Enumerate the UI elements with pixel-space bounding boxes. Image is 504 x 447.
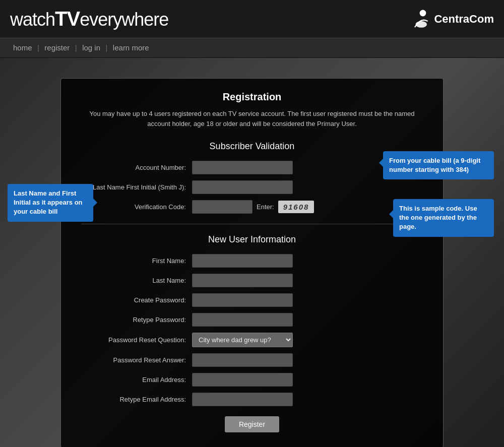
retype-email-group: Retype Email Address: (81, 393, 423, 406)
account-number-group: Account Number: (81, 161, 423, 174)
last-name-label: Last Name First Initial (Smith J): (81, 183, 192, 191)
account-number-input[interactable] (192, 161, 293, 174)
tooltip-sample-code: This is sample code. Use the one generat… (393, 199, 494, 237)
header: watchTVeverywhere CentraCom (0, 0, 504, 38)
register-button[interactable]: Register (225, 416, 279, 432)
retype-password-input[interactable] (192, 313, 293, 327)
last-name-group: Last Name First Initial (Smith J): (81, 180, 423, 194)
nav-sep-3: | (106, 43, 108, 52)
password-reset-question-select[interactable]: City where dad grew up? What is your pet… (192, 333, 293, 347)
retype-password-group: Retype Password: (81, 313, 423, 327)
svg-point-0 (420, 10, 426, 16)
nav-home[interactable]: home (13, 43, 32, 52)
last-name-new-group: Last Name: (81, 274, 423, 287)
email-group: Email Address: (81, 373, 423, 387)
verification-input[interactable] (192, 200, 253, 214)
captcha-code: 91608 (278, 201, 314, 213)
centracom-logo: CentraCom (411, 9, 494, 29)
last-name-input[interactable] (192, 180, 293, 194)
subscriber-section-title: Subscriber Validation (81, 141, 423, 152)
navigation: home | register | log in | learn more (0, 38, 504, 58)
password-reset-answer-input[interactable] (192, 353, 293, 367)
tooltip-account-number: From your cable bill (a 9-digit number s… (383, 151, 494, 179)
centracom-icon (411, 9, 431, 29)
first-name-input[interactable] (192, 254, 293, 268)
tooltip-last-name: Last Name and First Initial as it appear… (8, 184, 93, 222)
site-logo: watchTVeverywhere (10, 8, 168, 30)
verification-group: Verification Code: Enter: 91608 (81, 200, 423, 214)
background-area: Last Name and First Initial as it appear… (0, 58, 504, 447)
email-input[interactable] (192, 373, 293, 387)
create-password-label: Create Password: (81, 296, 192, 304)
retype-email-input[interactable] (192, 393, 293, 406)
logo-tv: TV (55, 8, 80, 30)
retype-password-label: Retype Password: (81, 316, 192, 324)
logo-watch: watch (10, 9, 55, 30)
account-number-label: Account Number: (81, 164, 192, 171)
first-name-group: First Name: (81, 254, 423, 268)
logo-everywhere: everywhere (80, 9, 168, 30)
svg-point-1 (416, 21, 427, 28)
password-reset-question-label: Password Reset Question: (81, 336, 192, 344)
create-password-input[interactable] (192, 293, 293, 307)
nav-sep-1: | (37, 43, 39, 52)
nav-register[interactable]: register (44, 43, 70, 52)
password-reset-answer-group: Password Reset Answer: (81, 353, 423, 367)
form-description: You may have up to 4 users registered on… (81, 109, 423, 129)
nav-login[interactable]: log in (82, 43, 100, 52)
new-user-section-title: New User Information (81, 234, 423, 245)
form-title: Registration (81, 91, 423, 103)
create-password-group: Create Password: (81, 293, 423, 307)
email-label: Email Address: (81, 376, 192, 384)
nav-learn-more[interactable]: learn more (113, 43, 149, 52)
password-reset-answer-label: Password Reset Answer: (81, 356, 192, 364)
retype-email-label: Retype Email Address: (81, 396, 192, 403)
last-name-new-input[interactable] (192, 274, 293, 287)
nav-sep-2: | (75, 43, 77, 52)
password-reset-question-group: Password Reset Question: City where dad … (81, 333, 423, 347)
brand-name: CentraCom (434, 13, 494, 26)
first-name-label: First Name: (81, 257, 192, 265)
section-divider (81, 224, 423, 224)
enter-label: Enter: (257, 203, 274, 211)
registration-form: Registration You may have up to 4 users … (60, 78, 444, 447)
last-name-new-label: Last Name: (81, 277, 192, 284)
